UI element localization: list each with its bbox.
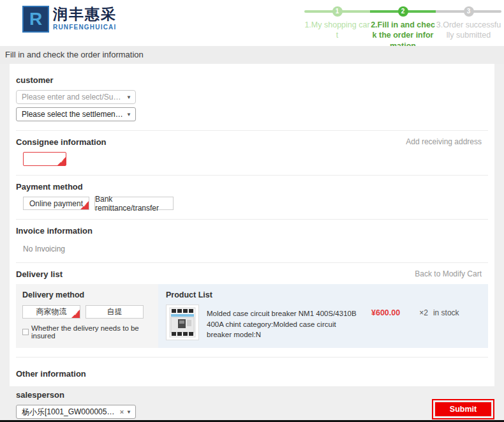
invoice-value: No Invoicing	[23, 245, 494, 253]
checkout-stepper: 1 1.My shopping cart 2 2.Fill in and che…	[304, 6, 501, 51]
customer-heading: customer	[16, 75, 488, 85]
step-fill-order: 2 2.Fill in and check the order informat…	[370, 6, 436, 51]
brand-name-cn: 润丰惠采	[53, 6, 117, 22]
invoice-heading: Invoice information	[16, 226, 488, 236]
page-title: Fill in and check the order information	[0, 46, 504, 64]
delivery-method-merchant-logistics[interactable]: 商家物流 ✓	[22, 305, 80, 319]
add-receiving-address-link[interactable]: Add receiving address	[406, 137, 482, 146]
step-circle: 2	[398, 6, 408, 17]
checkout-page: R 润丰惠采 RUNFENGHUICAI 1 1.My shopping car…	[0, 0, 504, 422]
delivery-method-panel: Delivery method 商家物流 ✓ 自提 Whether the de…	[16, 284, 158, 348]
product-description: Molded case circuit breaker NM1 400S/431…	[207, 308, 361, 340]
brand-name-en: RUNFENGHUICAI	[53, 24, 117, 31]
delivery-method-label: 商家物流	[36, 306, 67, 317]
salesperson-heading: salesperson	[16, 390, 488, 400]
delivery-method-options: 商家物流 ✓ 自提	[22, 305, 152, 319]
order-form-card: customer Please enter and select/Support…	[10, 64, 494, 386]
settlement-method-select[interactable]: Please select the settlement method ▼	[16, 107, 136, 121]
selected-corner-icon: ✓	[71, 310, 80, 318]
chevron-down-icon: ▼	[126, 112, 131, 117]
submit-highlight-frame: Submit	[432, 399, 494, 419]
payment-options: Online payment ✓ Bank remittance/transfe…	[23, 197, 494, 210]
delivery-method-heading: Delivery method	[22, 290, 152, 299]
customer-select-placeholder: Please enter and select/Support pinyin p…	[22, 93, 124, 102]
product-row: Molded case circuit breaker NM1 400S/431…	[166, 305, 480, 340]
logo-text: 润丰惠采 RUNFENGHUICAI	[53, 6, 117, 31]
delivery-panels: Delivery method 商家物流 ✓ 自提 Whether the de…	[16, 284, 488, 348]
insurance-checkbox[interactable]	[22, 329, 29, 335]
divider	[16, 219, 488, 220]
payment-option-label: Bank remittance/transfer	[95, 195, 173, 213]
step-submitted: 3 3.Order successfully submitted	[436, 6, 501, 51]
header: R 润丰惠采 RUNFENGHUICAI 1 1.My shopping car…	[0, 0, 504, 46]
product-image	[166, 305, 199, 340]
product-stock-status: in stock	[433, 308, 459, 317]
delivery-heading-label: Delivery list	[16, 269, 63, 279]
consignee-address-option[interactable]: ✓	[23, 152, 66, 166]
step-label: 1.My shopping cart	[304, 20, 370, 41]
product-list-panel: Product List	[158, 284, 488, 348]
step-circle: 1	[332, 6, 343, 17]
salesperson-value: 杨小乐[1001_GW000005_110127]	[22, 407, 117, 418]
step-cart: 1 1.My shopping cart	[304, 6, 370, 51]
payment-option-online[interactable]: Online payment ✓	[23, 197, 89, 210]
salesperson-select[interactable]: 杨小乐[1001_GW000005_110127] × ▼	[16, 405, 136, 419]
divider	[16, 357, 488, 358]
delivery-method-self-pickup[interactable]: 自提	[85, 305, 144, 319]
payment-option-label: Online payment	[29, 199, 83, 208]
settlement-method-value: Please select the settlement method	[22, 110, 124, 119]
selected-corner-icon: ✓	[57, 157, 66, 165]
submit-button[interactable]: Submit	[435, 402, 491, 416]
consignee-heading-label: Consignee information	[16, 137, 107, 147]
circuit-breaker-image	[169, 307, 196, 338]
selected-corner-icon: ✓	[80, 201, 89, 209]
clear-icon[interactable]: ×	[120, 408, 124, 416]
product-price: ¥600.00	[371, 308, 400, 317]
divider	[16, 175, 488, 176]
payment-option-bank[interactable]: Bank remittance/transfer	[94, 197, 174, 210]
chevron-down-icon: ▼	[126, 94, 131, 100]
divider	[16, 130, 488, 131]
chevron-down-icon: ▼	[126, 409, 131, 415]
step-circle: 3	[464, 6, 474, 17]
payment-heading: Payment method	[16, 182, 488, 192]
other-info-heading: Other information	[16, 369, 488, 379]
delivery-method-label: 自提	[107, 306, 122, 317]
logo-mark-icon: R	[22, 6, 49, 33]
product-quantity: ×2	[419, 308, 428, 317]
delivery-heading: Delivery list Back to Modify Cart	[16, 269, 488, 279]
insurance-option: Whether the delivery needs to be insured	[22, 324, 152, 340]
consignee-heading: Consignee information Add receiving addr…	[16, 137, 488, 147]
divider	[16, 262, 488, 263]
product-list-heading: Product List	[166, 290, 480, 299]
customer-select[interactable]: Please enter and select/Support pinyin p…	[16, 90, 136, 104]
insurance-label: Whether the delivery needs to be insured	[31, 324, 152, 340]
brand-logo[interactable]: R 润丰惠采 RUNFENGHUICAI	[22, 6, 117, 33]
back-to-cart-link[interactable]: Back to Modify Cart	[415, 269, 482, 278]
step-label: 3.Order successfully submitted	[436, 20, 501, 41]
